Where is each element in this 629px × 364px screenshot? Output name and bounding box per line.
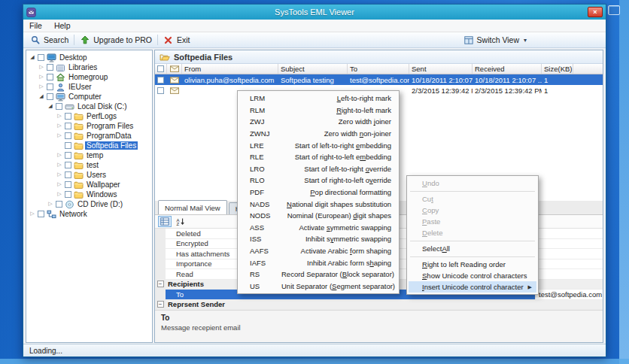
- menu-help[interactable]: Help: [48, 20, 77, 32]
- expand-arrow-icon[interactable]: ▷: [38, 62, 45, 72]
- menu-item-zwj[interactable]: ZWJZero width joiner: [239, 116, 397, 128]
- expand-arrow-icon[interactable]: ▷: [38, 82, 45, 92]
- menu-item-aafs[interactable]: AAFSActivate Arabic form shaping: [239, 245, 397, 257]
- menu-item-ass[interactable]: ASSActivate symmetric swapping: [239, 222, 397, 234]
- column-header-size-kb[interactable]: Size(KB): [542, 64, 573, 74]
- menu-item-lrm[interactable]: LRMLeft-to-right mark: [239, 93, 397, 105]
- menu-item-iafs[interactable]: IAFSInhibit Arabic form shaping: [239, 256, 397, 268]
- tree-item-program-files[interactable]: ▷Program Files: [26, 121, 152, 131]
- desktop-shortcut-icon[interactable]: [608, 5, 620, 15]
- expand-arrow-icon[interactable]: ▷: [47, 199, 54, 209]
- checkbox[interactable]: [65, 152, 71, 159]
- tree-item-desktop[interactable]: ◢Desktop: [26, 53, 152, 62]
- menu-item-rs[interactable]: RSRecord Separator (Block separator): [239, 268, 397, 281]
- checkbox[interactable]: [157, 77, 164, 83]
- property-category-reprsent-sender[interactable]: −Reprsent Sender: [155, 300, 603, 311]
- checkbox[interactable]: [157, 65, 164, 72]
- alphabetical-sort-button[interactable]: AZ: [174, 216, 187, 227]
- tab-normal-mail-view[interactable]: Normal Mail View: [158, 200, 227, 214]
- checkbox[interactable]: [65, 171, 71, 178]
- tree-item-computer[interactable]: ◢Computer: [26, 92, 152, 102]
- tree-item-network[interactable]: ▷Network: [26, 209, 152, 219]
- menu-item-show-unicode-control-characters[interactable]: Show Unicode control characters: [409, 270, 536, 281]
- menu-item-rlm[interactable]: RLMRight-to-left mark: [239, 105, 397, 117]
- toolbar-search-button[interactable]: Search: [26, 33, 72, 47]
- checkbox[interactable]: [157, 87, 164, 94]
- tree-item-softpedia-files[interactable]: Softpedia Files: [26, 141, 152, 150]
- menu-item-zwnj[interactable]: ZWNJZero width non-joiner: [239, 128, 397, 140]
- tree-item-users[interactable]: ▷Users: [26, 170, 152, 180]
- tree-item-wallpaper[interactable]: ▷Wallpaper: [26, 180, 152, 190]
- tree-item-ieuser[interactable]: ▷IEUser: [26, 82, 152, 92]
- column-header-from[interactable]: From: [182, 64, 278, 74]
- column-header-sent[interactable]: Sent: [409, 64, 473, 74]
- tree-item-local-disk-c[interactable]: ◢Local Disk (C:): [26, 102, 152, 111]
- expand-arrow-icon[interactable]: ▷: [56, 190, 63, 199]
- tree-item-temp[interactable]: ▷temp: [26, 150, 152, 160]
- menu-item-right-to-left-reading-order[interactable]: Right to left Reading order: [409, 259, 536, 270]
- checkbox[interactable]: [56, 103, 62, 110]
- mail-row[interactable]: olivian.puha@softpedia.comSoftpedia test…: [155, 74, 603, 85]
- collapse-box-icon[interactable]: −: [157, 301, 164, 308]
- toolbar-upgrade-to-pro-button[interactable]: Upgrade to PRO: [76, 33, 156, 47]
- menu-item-iss[interactable]: ISSInhibit symmetric swapping: [239, 233, 397, 245]
- checkbox[interactable]: [38, 54, 44, 61]
- menu-item-nods[interactable]: NODSNominal (European) digit shapes: [239, 210, 397, 222]
- checkbox[interactable]: [38, 211, 44, 217]
- menu-item-us[interactable]: USUnit Separator (Segment separator): [239, 281, 397, 293]
- checkbox[interactable]: [47, 64, 53, 71]
- menu-file[interactable]: File: [23, 20, 48, 32]
- tree-item-libraries[interactable]: ▷Libraries: [26, 62, 152, 72]
- expand-arrow-icon[interactable]: ▷: [56, 170, 63, 180]
- tree-item-test[interactable]: ▷test: [26, 160, 152, 170]
- expand-arrow-icon[interactable]: ▷: [56, 160, 63, 170]
- column-header-received[interactable]: Received: [473, 64, 542, 74]
- checkbox[interactable]: [65, 142, 71, 149]
- checkbox[interactable]: [65, 113, 71, 120]
- titlebar[interactable]: SysTools EML Viewer: [23, 5, 606, 20]
- checkbox[interactable]: [47, 83, 53, 90]
- checkbox[interactable]: [65, 132, 71, 139]
- menu-item-rlo[interactable]: RLOStart of right-to-left override: [239, 174, 397, 187]
- column-header-subject[interactable]: Subject: [278, 64, 348, 74]
- tree-item-homegroup[interactable]: ▷Homegroup: [26, 72, 152, 82]
- collapse-arrow-icon[interactable]: ◢: [38, 92, 45, 102]
- toolbar-switch-view-button[interactable]: Switch View▾: [460, 33, 530, 47]
- checkbox[interactable]: [65, 181, 71, 188]
- collapse-arrow-icon[interactable]: ◢: [29, 53, 36, 62]
- checkbox[interactable]: [56, 201, 62, 208]
- column-header-select[interactable]: [155, 64, 167, 74]
- expand-arrow-icon[interactable]: ▷: [56, 131, 63, 141]
- unicode-key: RLM: [250, 106, 281, 114]
- menu-item-lre[interactable]: LREStart of left-to-right embedding: [239, 139, 397, 151]
- expand-arrow-icon[interactable]: ▷: [56, 111, 63, 121]
- menu-item-insert-unicode-control-character[interactable]: Insert Unicode control character▶: [409, 281, 536, 293]
- menu-item-rle[interactable]: RLEStart of right-to-left embedding: [239, 151, 397, 163]
- checkbox[interactable]: [65, 191, 71, 198]
- close-button[interactable]: [588, 7, 603, 17]
- tree-item-programdata[interactable]: ▷ProgramData: [26, 131, 152, 141]
- expand-arrow-icon[interactable]: ▷: [29, 209, 36, 219]
- menu-item-pdf[interactable]: PDFPop directional formatting: [239, 187, 397, 199]
- menu-item-select-all[interactable]: Select All: [409, 243, 536, 254]
- toolbar-exit-button[interactable]: Exit: [160, 33, 194, 47]
- menu-item-lro[interactable]: LROStart of left-to-right override: [239, 163, 397, 175]
- tree-item-cd-drive-d[interactable]: ▷CD Drive (D:): [26, 199, 152, 209]
- property-value[interactable]: test@softpedia.com: [536, 290, 603, 299]
- collapse-box-icon[interactable]: −: [157, 281, 164, 287]
- menu-item-nads[interactable]: NADSNational digit shapes substitution: [239, 198, 397, 210]
- checkbox[interactable]: [65, 123, 71, 129]
- checkbox[interactable]: [47, 93, 53, 100]
- checkbox[interactable]: [65, 162, 71, 168]
- checkbox[interactable]: [47, 74, 53, 80]
- expand-arrow-icon[interactable]: ▷: [56, 180, 63, 190]
- expand-arrow-icon[interactable]: ▷: [56, 150, 63, 160]
- expand-arrow-icon[interactable]: ▷: [38, 72, 45, 82]
- categorized-button[interactable]: [158, 216, 172, 227]
- collapse-arrow-icon[interactable]: ◢: [47, 102, 54, 111]
- mail-cell-received: 10/18/2011 2:10:07 ...: [473, 76, 542, 84]
- expand-arrow-icon[interactable]: ▷: [56, 121, 63, 131]
- column-header-to[interactable]: To: [348, 64, 409, 74]
- tree-item-perflogs[interactable]: ▷PerfLogs: [26, 111, 152, 121]
- tree-item-windows[interactable]: ▷Windows: [26, 190, 152, 199]
